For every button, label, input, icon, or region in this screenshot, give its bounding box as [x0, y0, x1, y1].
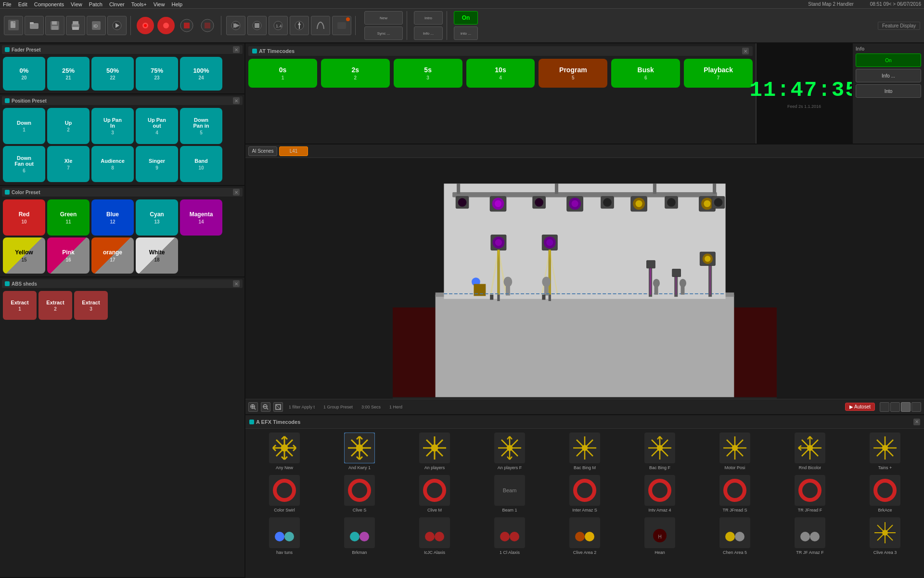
toolbar-btn-save[interactable]: [45, 16, 64, 35]
viz-zoom-out[interactable]: [261, 402, 270, 412]
rte-btn-on[interactable]: On: [856, 53, 921, 67]
effect-cell-2[interactable]: An players: [399, 433, 470, 470]
menu-view[interactable]: View: [71, 1, 82, 7]
viz-grid-btn4[interactable]: [911, 402, 921, 412]
menu-clnver[interactable]: Clnver: [109, 1, 125, 7]
effect-cell-12[interactable]: Beam Beam 1: [475, 475, 545, 512]
pos-btn-uppanin[interactable]: Up PanIn 3: [91, 108, 134, 144]
tc-btn-10s[interactable]: 10s 4: [466, 59, 535, 88]
fader-btn-50[interactable]: 50% 22: [91, 57, 134, 91]
extract-btn-3[interactable]: Extract 3: [74, 291, 108, 320]
effect-cell-25[interactable]: TR JF Amaz F: [775, 517, 845, 555]
viz-autoset-btn[interactable]: ▶ Autoset: [845, 403, 875, 411]
toolbar-btn-stop2[interactable]: [198, 16, 217, 35]
tc-btn-2s[interactable]: 2s 2: [321, 59, 390, 88]
position-panel-close[interactable]: ✕: [233, 97, 240, 104]
viz-grid-btn3[interactable]: [901, 402, 911, 412]
tc-btn-program[interactable]: Program 5: [539, 59, 607, 88]
toolbar-btn-info2[interactable]: Info ...: [414, 26, 443, 40]
color-btn-green[interactable]: Green 11: [47, 199, 90, 236]
color-btn-yellow[interactable]: Yellow 15: [3, 237, 45, 274]
pos-btn-downpanout[interactable]: DownFan out 6: [3, 146, 45, 182]
effect-cell-17[interactable]: BrkAce: [850, 475, 920, 512]
viz-btn-l41[interactable]: L41: [279, 146, 308, 156]
rte-btn-info[interactable]: Info ...: [856, 69, 921, 82]
effects-panel-close[interactable]: ✕: [913, 419, 920, 425]
toolbar-btn-m1[interactable]: [226, 16, 245, 35]
pos-btn-audience[interactable]: Audience 8: [91, 146, 134, 182]
effect-cell-15[interactable]: TR JFread S: [700, 475, 770, 512]
menu-edit[interactable]: Edit: [18, 1, 27, 7]
effect-cell-11[interactable]: Clive M: [399, 475, 470, 512]
rte-btn-into[interactable]: Into: [856, 84, 921, 98]
effect-cell-1[interactable]: And Kwry 1: [324, 433, 395, 470]
fader-btn-100[interactable]: 100% 24: [180, 57, 222, 91]
toolbar-btn-print[interactable]: [66, 16, 85, 35]
pos-btn-up[interactable]: Up 2: [47, 108, 90, 144]
color-btn-pink[interactable]: Pink 16: [47, 237, 90, 274]
menu-file[interactable]: File: [3, 1, 12, 7]
effect-cell-3[interactable]: An players F: [475, 433, 545, 470]
color-btn-blue[interactable]: Blue 12: [91, 199, 134, 236]
pos-btn-singer[interactable]: Singer 9: [136, 146, 178, 182]
toolbar-btn-5[interactable]: ID: [87, 16, 106, 35]
effect-cell-13[interactable]: Inter Amaz S: [550, 475, 620, 512]
toolbar-btn-m6[interactable]: [332, 16, 351, 35]
effect-cell-18[interactable]: hav tuns: [249, 517, 320, 555]
toolbar-btn-new[interactable]: [4, 16, 23, 35]
toolbar-btn-stop[interactable]: [177, 16, 196, 35]
effect-cell-14[interactable]: Intv Amaz 4: [625, 475, 695, 512]
toolbar-btn-intro[interactable]: Intro: [414, 11, 443, 25]
viz-zoom-in[interactable]: [248, 402, 258, 412]
menu-patch[interactable]: Patch: [89, 1, 103, 7]
tc-btn-5s[interactable]: 5s 3: [394, 59, 462, 88]
effect-cell-4[interactable]: Bac Bing M: [550, 433, 620, 470]
effect-cell-9[interactable]: Color Swirl: [249, 475, 320, 512]
menu-help[interactable]: Help: [171, 1, 182, 7]
effect-cell-16[interactable]: TR JFread F: [775, 475, 845, 512]
toolbar-btn-open[interactable]: [25, 16, 44, 35]
menu-view2[interactable]: View: [154, 1, 165, 7]
viz-btn-alscenes[interactable]: Al Scenes: [248, 146, 277, 156]
fader-btn-75[interactable]: 75% 23: [136, 57, 178, 91]
menu-tools[interactable]: Tools+: [131, 1, 147, 7]
toolbar-btn-into2[interactable]: into ...: [454, 26, 478, 40]
effect-cell-5[interactable]: Bac Bing F: [625, 433, 695, 470]
toolbar-btn-on[interactable]: On: [454, 11, 478, 25]
effect-cell-0[interactable]: Any New: [249, 433, 320, 470]
pos-btn-uppanout[interactable]: Up Panout 4: [136, 108, 178, 144]
effect-cell-6[interactable]: Motor Posi: [700, 433, 770, 470]
toolbar-btn-fwd[interactable]: New: [364, 11, 403, 25]
tc-btn-busk[interactable]: Busk 6: [611, 59, 680, 88]
extract-panel-close[interactable]: ✕: [233, 280, 240, 287]
viz-grid-btn1[interactable]: [880, 402, 889, 412]
effect-cell-20[interactable]: IcJC Alaxis: [399, 517, 470, 555]
extract-btn-2[interactable]: Extract 2: [38, 291, 72, 320]
toolbar-btn-rec[interactable]: [136, 16, 155, 35]
color-btn-cyan[interactable]: Cyan 13: [136, 199, 178, 236]
toolbar-btn-rec2[interactable]: [156, 16, 176, 35]
extract-btn-1[interactable]: Extract 1: [3, 291, 37, 320]
effect-cell-19[interactable]: Brkman: [324, 517, 395, 555]
menu-components[interactable]: Components: [34, 1, 64, 7]
pos-btn-band[interactable]: Band 10: [180, 146, 222, 182]
tc-btn-0s[interactable]: 0s 1: [248, 59, 317, 88]
color-btn-white[interactable]: White 18: [136, 237, 178, 274]
toolbar-btn-m3[interactable]: 1.4: [269, 16, 288, 35]
effect-cell-26[interactable]: Clive Area 3: [850, 517, 920, 555]
color-panel-close[interactable]: ✕: [233, 189, 240, 196]
color-btn-magenta[interactable]: Magenta 14: [180, 199, 222, 236]
color-btn-orange[interactable]: orange 17: [91, 237, 134, 274]
pos-btn-downpanin[interactable]: DownPan in 5: [180, 108, 222, 144]
fader-btn-0[interactable]: 0% 20: [3, 57, 45, 91]
effect-cell-24[interactable]: Chen Area 5: [700, 517, 770, 555]
tc-btn-playback[interactable]: Playback 7: [684, 59, 753, 88]
fader-btn-25[interactable]: 25% 21: [47, 57, 90, 91]
color-btn-red[interactable]: Red 10: [3, 199, 45, 236]
pos-btn-down[interactable]: Down 1: [3, 108, 45, 144]
pos-btn-xle[interactable]: Xle 7: [47, 146, 90, 182]
effect-cell-23[interactable]: H Hean: [625, 517, 695, 555]
viz-fit[interactable]: [273, 402, 283, 412]
toolbar-btn-m5[interactable]: [311, 16, 330, 35]
effect-cell-21[interactable]: 1 Cl Alaxis: [475, 517, 545, 555]
